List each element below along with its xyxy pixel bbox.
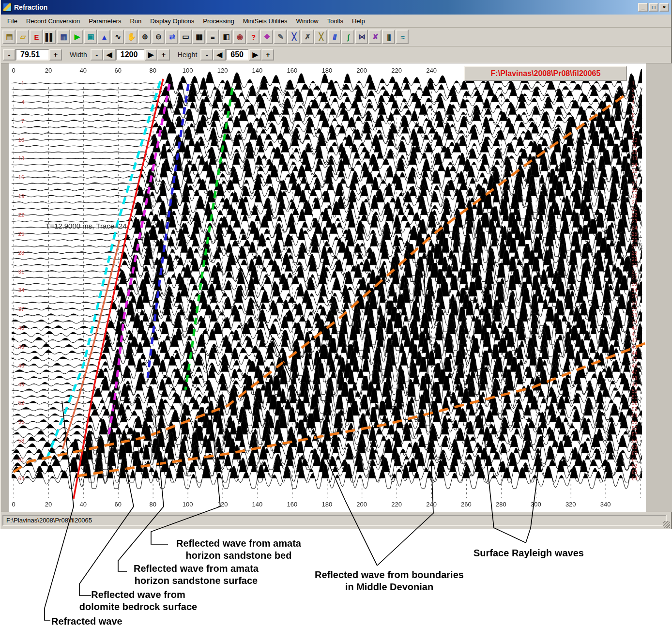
height-plus-button[interactable]: +	[261, 49, 274, 61]
swap-direction-icon[interactable]: ⇄	[165, 30, 178, 44]
menu-item-toolls[interactable]: Toolls	[323, 15, 348, 27]
pause-traces-icon[interactable]: ▌▌	[43, 30, 56, 44]
stop-frame-icon[interactable]: ▣	[84, 30, 97, 44]
menu-item-help[interactable]: Help	[348, 15, 369, 27]
width-minus-button[interactable]: -	[91, 49, 103, 61]
label-amata-surface-line-2: horizon sandstone surface	[123, 575, 269, 587]
cross-traces-icon[interactable]: ╳	[287, 30, 300, 44]
minimize-button[interactable]: _	[638, 3, 648, 12]
label-dolomite: Reflected wave fromdolomite bedrock surf…	[62, 589, 214, 613]
resize-grip[interactable]	[663, 521, 670, 528]
single-window-icon[interactable]: ▭	[179, 30, 192, 44]
app-icon	[3, 3, 12, 12]
split-vertical-icon[interactable]: ▮▮	[192, 30, 205, 44]
run-play-icon[interactable]: ▶	[70, 30, 83, 44]
velocity-curves-icon[interactable]: ///	[328, 30, 341, 44]
width-plus-button[interactable]: +	[157, 49, 170, 61]
smooth-waves-icon[interactable]: ≈	[396, 30, 409, 44]
toolbar: ▤▱E▌▌▦▶▣▲∿✋⊕⊖⇄▭▮▮≡◧◉?❖✎╳✗╳///∫⋈✘|||≈	[1, 28, 671, 46]
maximize-button[interactable]: □	[649, 3, 658, 12]
window-title: Refraction	[14, 3, 637, 11]
pan-hand-icon[interactable]: ✋	[124, 30, 137, 44]
menu-item-display-options[interactable]: Display Options	[146, 15, 199, 27]
height-step-left-button[interactable]: ◀	[213, 49, 226, 61]
wiggle-trace-icon[interactable]: ∿	[111, 30, 124, 44]
width-value[interactable]: 1200	[116, 49, 145, 61]
help-icon[interactable]: ?	[246, 30, 260, 44]
zoom-out-icon[interactable]: ⊖	[152, 30, 165, 44]
label-amata-bed-line-1: Reflected wave from amata	[166, 537, 311, 550]
zoom-in-icon[interactable]: ⊕	[138, 30, 151, 44]
new-document-icon[interactable]: ▤	[2, 30, 15, 44]
label-amata-surface: Reflected wave from amatahorizon sandsto…	[123, 563, 269, 587]
application-window: Refraction _ □ × FileRecord ConversionPa…	[0, 0, 672, 529]
height-step-right-button[interactable]: ▶	[249, 49, 261, 61]
status-bar: F:\Plavinas\2008\Pr08\fil20065	[1, 512, 671, 529]
label-rayleigh: Surface Rayleigh waves	[473, 547, 609, 559]
height-label: Height	[178, 51, 197, 59]
label-dolomite-line-2: dolomite bedrock surface	[62, 601, 214, 613]
trace-marks-icon[interactable]: |||	[382, 30, 395, 44]
label-amata-bed: Reflected wave from amatahorizon sandsto…	[166, 537, 311, 562]
cursor-readout: T=12.9000 ms, Trace=24	[46, 222, 127, 230]
width-step-left-button[interactable]: ◀	[103, 49, 116, 61]
status-text: F:\Plavinas\2008\Pr08\fil20065	[2, 515, 667, 526]
width-step-right-button[interactable]: ▶	[145, 49, 157, 61]
label-rayleigh-line-1: Surface Rayleigh waves	[473, 547, 609, 559]
crossing-curves-icon[interactable]: ╳	[314, 30, 327, 44]
save-convert-icon[interactable]: ▦	[57, 30, 70, 44]
edit-e-icon[interactable]: E	[30, 30, 43, 44]
height-value[interactable]: 650	[226, 49, 249, 61]
menu-item-miniseis-utilites[interactable]: MiniSeis Utilites	[239, 15, 292, 27]
menu-item-run[interactable]: Run	[125, 15, 146, 27]
label-middle-devonian: Reflected wave from boundariesin Middle …	[304, 569, 474, 593]
menu-item-file[interactable]: File	[3, 15, 22, 27]
cross-purple-icon[interactable]: ✘	[368, 30, 382, 44]
curves-join-icon[interactable]: ⋈	[355, 30, 368, 44]
record-media-icon[interactable]: ◉	[233, 30, 246, 44]
label-refracted: Refracted wave	[51, 615, 158, 628]
label-amata-bed-line-2: horizon sandstone bed	[166, 550, 311, 562]
split-horizontal-icon[interactable]: ≡	[206, 30, 219, 44]
menu-item-parameters[interactable]: Parameters	[84, 15, 125, 27]
seismogram-canvas[interactable]	[9, 63, 646, 512]
amplitude-histogram-icon[interactable]: ▲	[97, 30, 110, 44]
scale-value[interactable]: 79.51	[15, 49, 49, 61]
label-dolomite-line-1: Reflected wave from	[62, 589, 214, 601]
open-folder-icon[interactable]: ▱	[16, 30, 29, 44]
document-check-icon[interactable]: ✗	[301, 30, 314, 44]
cascade-windows-icon[interactable]: ◧	[219, 30, 232, 44]
hodograph-curve-icon[interactable]: ∫	[341, 30, 354, 44]
controls-bar: -79.51+Width-◀1200▶+Height-◀650▶+	[1, 46, 671, 63]
title-bar[interactable]: Refraction _ □ ×	[1, 0, 671, 15]
height-minus-button[interactable]: -	[200, 49, 213, 61]
process-blocks-icon[interactable]: ❖	[260, 30, 273, 44]
menu-item-window[interactable]: Window	[291, 15, 322, 27]
menu-item-processing[interactable]: Processing	[199, 15, 238, 27]
scale-minus-button[interactable]: -	[3, 49, 15, 61]
label-middle-devonian-line-1: Reflected wave from boundaries	[304, 569, 474, 581]
edit-notes-icon[interactable]: ✎	[274, 30, 287, 44]
label-refracted-line-1: Refracted wave	[51, 615, 158, 628]
label-middle-devonian-line-2: in Middle Devonian	[304, 581, 474, 593]
plot-left-margin	[1, 63, 9, 512]
close-button[interactable]: ×	[659, 3, 669, 12]
file-label: F:\Plavinas\2008\Pr08\fil20065	[464, 66, 627, 81]
width-label: Width	[70, 51, 87, 59]
label-amata-surface-line-1: Reflected wave from amata	[123, 563, 269, 575]
seismic-plot-region: F:\Plavinas\2008\Pr08\fil20065 T=12.9000…	[1, 63, 672, 512]
menu-item-record-conversion[interactable]: Record Conversion	[22, 15, 84, 27]
scale-plus-button[interactable]: +	[49, 49, 62, 61]
menu-bar: FileRecord ConversionParametersRunDispla…	[1, 15, 671, 28]
